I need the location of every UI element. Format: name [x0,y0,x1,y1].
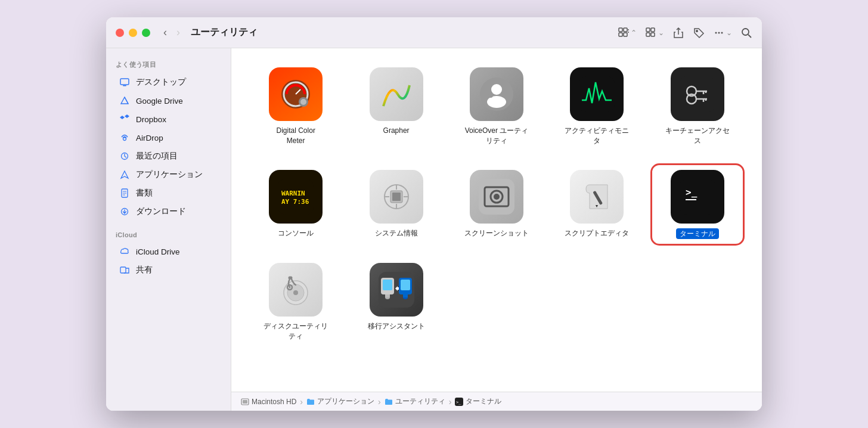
svg-rect-6 [646,33,650,36]
sidebar-item-documents[interactable]: 書類 [110,184,227,202]
svg-point-60 [494,194,500,200]
file-item-migration-assistant[interactable]: 移行アシスタント [351,258,441,346]
statusbar: Macintosh HD › アプリケーション › ユーティリティ › >_ タ… [231,392,762,411]
file-label-console: コンソール [278,228,314,238]
file-label-disk-utility: ディスクユーティリティ [263,321,328,342]
svg-rect-0 [619,28,622,32]
toolbar-actions: ⌃ ⌄ [618,27,752,39]
group-button[interactable]: ⌄ [645,27,664,39]
file-item-digital-color-meter[interactable]: Digital ColorMeter [250,63,341,151]
applications-icon [119,169,130,180]
svg-rect-14 [120,79,129,85]
share-button[interactable] [672,27,684,39]
dropbox-icon [119,114,130,125]
svg-point-12 [742,29,749,35]
svg-rect-25 [120,267,126,273]
svg-text:>_: >_ [686,187,698,198]
sidebar-item-google-drive[interactable]: Google Drive [110,92,227,110]
statusbar-terminal: >_ ターミナル [455,396,501,407]
svg-rect-3 [624,33,627,36]
forward-button[interactable]: › [173,24,184,41]
downloads-icon [119,206,130,217]
svg-point-8 [696,30,698,31]
file-grid: Digital ColorMeter [231,48,762,392]
search-button[interactable] [740,27,752,39]
voiceover-icon [470,67,523,121]
file-item-screenshot[interactable]: スクリーンショット [451,165,542,244]
view-toggle-button[interactable]: ⌃ [618,27,637,39]
svg-rect-2 [619,33,622,36]
file-item-console[interactable]: WARNIN AY 7:36 コンソール [250,165,341,244]
terminal-small-icon: >_ [455,398,463,406]
screenshot-icon [470,170,523,224]
sidebar-item-downloads[interactable]: ダウンロード [110,203,227,221]
share-icon [672,27,684,39]
file-item-activity-monitor[interactable]: アクティビティモニタ [551,63,642,151]
google-drive-icon [119,95,130,106]
sidebar-item-dropbox[interactable]: Dropbox [110,110,227,128]
migration-assistant-icon [370,263,423,317]
search-icon [740,27,752,39]
sidebar-item-desktop[interactable]: デスクトップ [110,73,227,91]
file-label-system-info: システム情報 [375,228,418,238]
svg-point-69 [293,290,298,295]
maximize-button[interactable] [142,29,150,37]
disk-utility-icon [269,263,323,317]
file-item-script-editor[interactable]: スクリプトエディタ [551,165,642,244]
file-label-keychain-access: キーチェーンアクセス [665,126,730,146]
svg-rect-77 [385,294,390,297]
svg-text:AY 7:36: AY 7:36 [281,198,309,206]
keychain-access-icon [671,67,724,121]
group-icon [645,27,657,39]
file-item-disk-utility[interactable]: ディスクユーティリティ [250,258,341,346]
back-button[interactable]: ‹ [160,24,170,41]
shared-icon [119,265,130,275]
sidebar-item-applications[interactable]: アプリケーション [110,166,227,184]
tag-icon [693,27,705,39]
file-item-voiceover[interactable]: VoiceOver ユーティリティ [451,63,542,151]
close-button[interactable] [116,29,124,37]
sidebar-item-label-desktop: デスクトップ [136,77,186,88]
sidebar-item-label-documents: 書類 [136,188,153,199]
file-item-grapher[interactable]: Grapher [351,63,441,151]
sidebar-item-label-shared: 共有 [136,265,153,275]
sidebar-item-shared[interactable]: 共有 [110,261,227,279]
group-chevron-icon: ⌄ [658,29,664,37]
svg-rect-83 [243,400,247,404]
sidebar-item-airdrop[interactable]: AirDrop [110,129,227,147]
sidebar-item-recents[interactable]: 最近の項目 [110,147,227,165]
system-info-icon [370,170,423,224]
file-item-terminal[interactable]: >_ ターミナル [652,165,743,244]
svg-line-13 [748,35,751,38]
sidebar-item-label-dropbox: Dropbox [136,115,166,124]
file-label-script-editor: スクリプトエディタ [565,228,629,238]
file-item-system-info[interactable]: システム情報 [351,165,441,244]
svg-point-29 [300,99,306,105]
svg-rect-75 [383,280,392,290]
svg-point-18 [123,138,126,141]
tag-button[interactable] [693,27,705,39]
folder-blue-icon [306,398,315,406]
more-button[interactable]: ⌄ [713,27,732,39]
svg-point-72 [289,277,292,280]
svg-point-33 [487,96,506,108]
sidebar-item-label-airdrop: AirDrop [136,134,163,142]
titlebar: ‹ › ユーティリティ ⌃ [106,17,762,48]
sidebar-item-label-downloads: ダウンロード [136,206,186,217]
minimize-button[interactable] [129,29,137,37]
sidebar-item-label-applications: アプリケーション [136,169,203,180]
statusbar-terminal-label: ターミナル [466,396,501,407]
file-item-keychain-access[interactable]: キーチェーンアクセス [652,63,743,151]
finder-window: ‹ › ユーティリティ ⌃ [106,17,762,411]
svg-rect-5 [651,28,655,32]
svg-rect-36 [680,76,715,112]
more-icon [713,27,725,39]
sidebar-item-label-icloud-drive: iCloud Drive [136,247,180,256]
svg-rect-15 [123,85,126,86]
grid-icon [618,27,630,39]
svg-point-11 [721,32,723,33]
file-label-terminal: ターミナル [676,228,719,240]
sidebar-item-icloud-drive[interactable]: iCloud Drive [110,243,227,260]
desktop-icon [119,77,130,88]
sidebar-section-favorites: よく使う項目 [106,58,231,73]
